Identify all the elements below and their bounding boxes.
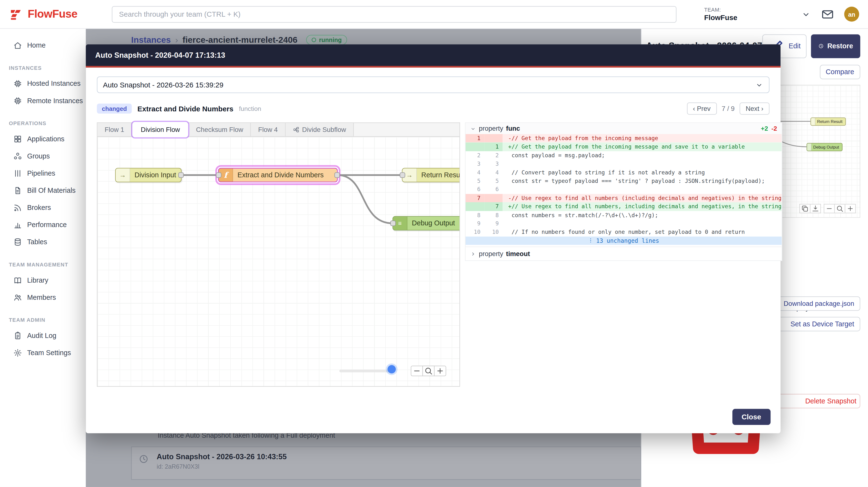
user-avatar[interactable]: an [844, 7, 859, 22]
sidebar-item-audit-log[interactable]: Audit Log [0, 327, 86, 344]
diff-code-text [502, 219, 781, 228]
diff-timeout-name: timeout [506, 250, 530, 258]
diff-panel: property func +2-2 1-// Get the payload … [465, 122, 782, 261]
next-button[interactable]: Next › [740, 103, 770, 115]
diff-new-line-number: 1 [485, 143, 503, 151]
subflow-icon [293, 126, 300, 133]
zoom-reset-icon[interactable] [423, 366, 434, 376]
diff-rows: 1-// Get the payload from the incoming m… [466, 134, 782, 245]
sidebar-item-label: Bill Of Materials [27, 187, 75, 194]
zoom-in-icon[interactable] [845, 204, 856, 213]
prev-button[interactable]: ‹ Prev [687, 103, 717, 115]
snapshot-select-value: Auto Snapshot - 2026-03-26 15:39:29 [103, 81, 223, 89]
sidebar-item-performance[interactable]: Performance [0, 216, 86, 233]
node-output-port[interactable] [178, 172, 184, 178]
diff-removed-count: -2 [771, 125, 777, 132]
team-search-input[interactable] [112, 6, 676, 23]
zoom-out-icon[interactable] [411, 366, 423, 376]
sidebar-item-team-settings[interactable]: Team Settings [0, 344, 86, 361]
chevron-down-icon [801, 9, 811, 19]
diff-line-ctx: 33 [466, 160, 782, 168]
sidebar-item-home[interactable]: Home [0, 36, 86, 54]
zoom-reset-icon[interactable] [834, 204, 845, 213]
sidebar-item-label: Home [27, 41, 45, 49]
unfold-icon [588, 238, 593, 244]
modal-title: Auto Snapshot - 2026-04-07 17:13:13 [95, 51, 225, 59]
diff-new-line-number [485, 194, 503, 202]
zoom-out-icon[interactable] [824, 204, 835, 213]
diff-property-timeout-header[interactable]: property timeout [466, 247, 782, 260]
sidebar-item-brokers[interactable]: Brokers [0, 199, 86, 216]
flow-tab-divide-subflow[interactable]: Divide Subflow [285, 123, 354, 136]
sidebar-item-hosted-instances[interactable]: Hosted Instances [0, 75, 86, 92]
diff-old-line-number: 8 [466, 211, 485, 219]
flow-tab-flow-4[interactable]: Flow 4 [251, 123, 285, 136]
sidebar-item-pipelines[interactable]: Pipelines [0, 165, 86, 182]
diff-new-line-number: 2 [485, 151, 503, 160]
flow-tab-flow-1[interactable]: Flow 1 [97, 123, 132, 136]
book-icon [13, 276, 22, 285]
sidebar-item-label: Members [27, 293, 56, 301]
node-input-port[interactable] [216, 172, 221, 178]
sidebar: HomeINSTANCESHosted InstancesRemote Inst… [0, 29, 86, 487]
change-pager: ‹ Prev 7 / 9 Next › [687, 103, 770, 115]
flow-node-extract-and-divide-numbers[interactable]: fExtract and Divide Numbers [218, 168, 338, 182]
home-icon [13, 41, 22, 50]
diff-old-line-number [466, 202, 485, 211]
flow-tab-division-flow[interactable]: Division Flow [133, 123, 187, 136]
zoom-in-icon[interactable] [434, 366, 446, 376]
diff-expand-unchanged-row[interactable]: 13 unchanged lines [466, 236, 782, 245]
notifications-button[interactable] [821, 7, 834, 21]
node-output-port[interactable] [334, 172, 340, 178]
sidebar-item-applications[interactable]: Applications [0, 130, 86, 147]
changed-badge: changed [97, 104, 132, 114]
copy-icon[interactable] [800, 204, 811, 213]
flow-node-division-input[interactable]: →Division Input [115, 168, 182, 182]
snapshot-select[interactable]: Auto Snapshot - 2026-03-26 15:39:29 [97, 76, 769, 93]
diff-new-line-number: 9 [485, 219, 503, 228]
flow-node-label: Debug Output [412, 219, 455, 227]
preview-node-return-result[interactable]: Return Result [811, 117, 846, 125]
flow-node-return-result[interactable]: →Return Result [402, 168, 460, 182]
gear-icon [13, 348, 22, 357]
diff-line-ctx: 1010 // If no numbers found or only one … [466, 228, 782, 236]
broadcast-icon [13, 203, 22, 212]
sidebar-item-groups[interactable]: Groups [0, 147, 86, 165]
diff-new-line-number: 10 [485, 228, 503, 236]
sidebar-item-bill-of-materials[interactable]: Bill Of Materials [0, 182, 86, 199]
flow-canvas[interactable]: →Division InputfExtract and Divide Numbe… [97, 136, 460, 387]
sidebar-item-label: Audit Log [27, 332, 56, 339]
sidebar-section-team-management: TEAM MANAGEMENT [0, 261, 86, 267]
node-input-port[interactable] [400, 172, 405, 178]
preview-node-debug-output[interactable]: Debug Output [806, 143, 842, 151]
flow-tab-checksum-flow[interactable]: Checksum Flow [189, 123, 251, 136]
changed-node-type: function [239, 105, 261, 112]
sidebar-item-tables[interactable]: Tables [0, 233, 86, 251]
download-icon[interactable] [810, 204, 821, 213]
preview-toolbar [800, 204, 856, 213]
diff-old-line-number: 3 [466, 160, 485, 168]
team-switcher[interactable]: TEAM: FlowFuse [704, 7, 811, 22]
sidebar-item-remote-instances[interactable]: Remote Instances [0, 92, 86, 109]
zoom-controls [411, 366, 446, 376]
document-icon [13, 186, 22, 195]
node-input-port[interactable] [390, 221, 396, 226]
close-button[interactable]: Close [732, 409, 771, 425]
diff-property-func-header[interactable]: property func +2-2 [466, 123, 782, 134]
compare-button[interactable]: Compare [820, 65, 860, 79]
changed-node-name: Extract and Divide Numbers [137, 104, 234, 113]
sidebar-item-members[interactable]: Members [0, 289, 86, 306]
canvas-slider-knob[interactable] [388, 365, 396, 373]
diff-line-add: 1+// Get the payload from the incoming m… [466, 143, 782, 151]
sidebar-item-library[interactable]: Library [0, 271, 86, 289]
diff-code-text: -// Use regex to find all numbers (inclu… [502, 194, 781, 202]
sidebar-item-label: Applications [27, 135, 64, 143]
brand-text: FlowFuse [28, 8, 78, 21]
diff-line-ctx: 66 [466, 185, 782, 194]
flowfuse-logo[interactable]: FlowFuse [9, 7, 112, 22]
flow-editor-panel: Flow 1Division FlowChecksum FlowFlow 4Di… [97, 122, 460, 387]
diff-code-text [502, 160, 781, 168]
restore-button[interactable]: Restore [811, 34, 860, 58]
flow-node-debug-output[interactable]: ≡Debug Output [393, 216, 460, 230]
diff-old-line-number: 6 [466, 185, 485, 194]
